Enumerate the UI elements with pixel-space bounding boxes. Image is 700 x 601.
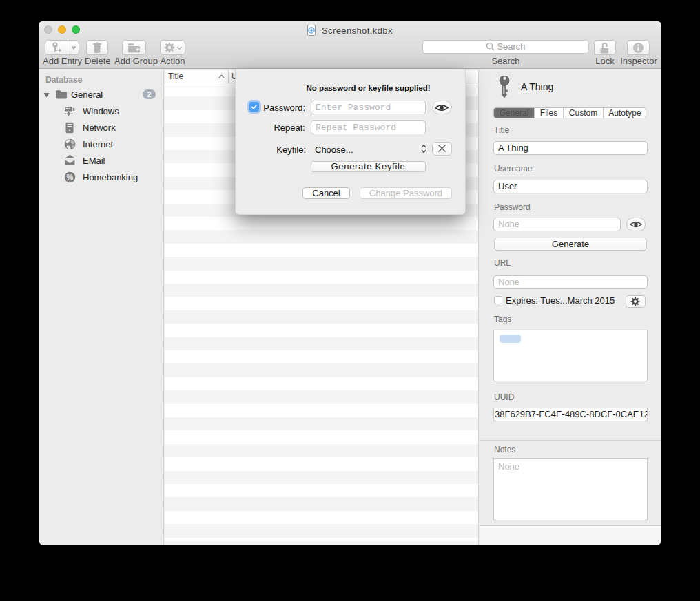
svg-text:%: %: [67, 173, 74, 181]
